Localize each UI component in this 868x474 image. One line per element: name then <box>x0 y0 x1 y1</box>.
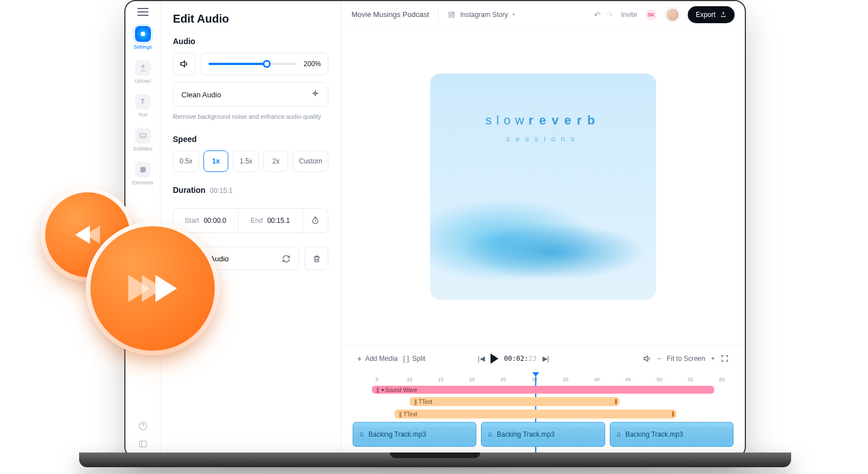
slider-thumb[interactable] <box>263 60 271 68</box>
subtitles-icon <box>135 128 151 144</box>
clean-audio-button[interactable]: Clean Audio <box>173 82 328 107</box>
speed-option-1.5x[interactable]: 1.5x <box>233 150 259 172</box>
music-note-icon: ♫ <box>359 430 364 438</box>
svg-point-7 <box>453 12 454 13</box>
volume-value: 200% <box>303 60 321 68</box>
sparkle-icon <box>311 90 320 99</box>
svg-rect-0 <box>140 134 146 138</box>
format-dropdown[interactable]: Instagram Story ▾ <box>448 11 515 19</box>
help-icon[interactable] <box>138 421 148 431</box>
volume-slider-box: 200% <box>201 53 328 75</box>
rail-item-text[interactable]: T Text <box>135 94 151 118</box>
rail-item-upload[interactable]: Upload <box>134 60 151 84</box>
collapse-icon[interactable] <box>138 439 148 449</box>
music-note-icon: ♫ <box>487 430 492 438</box>
duration-start[interactable]: Start 00:00.0 <box>173 209 238 232</box>
export-button[interactable]: Export <box>688 6 735 23</box>
ruler-tick: 5 <box>375 377 378 382</box>
volume-icon <box>179 59 189 69</box>
duration-section: Duration 00:15.1 Start 00:00.0 End 00:15… <box>173 186 328 233</box>
app-window: Settings Upload T Text Subtitles Element… <box>124 0 746 458</box>
fullscreen-icon[interactable] <box>721 354 729 363</box>
audio-section: Audio 200% Clean Audio Remove background… <box>173 37 328 121</box>
rail-item-subtitles[interactable]: Subtitles <box>133 128 153 152</box>
artwork-preview[interactable]: slowreverb sessions <box>430 74 656 300</box>
audio-clip[interactable]: ♫Backing Track.mp3 <box>610 422 734 447</box>
volume-icon[interactable] <box>643 354 652 363</box>
speed-section: Speed 0.5x1x1.5x2xCustom <box>173 135 328 172</box>
track-text-a[interactable]: ‖ T Text <box>410 397 619 406</box>
ruler-tick: 30 <box>532 377 537 382</box>
rail-item-settings[interactable]: Settings <box>133 26 152 50</box>
play-button[interactable] <box>491 354 498 364</box>
ruler-tick: 10 <box>407 377 413 382</box>
rail-label: Upload <box>134 78 151 84</box>
main-area: Movie Musings Podcast Instagram Story ▾ … <box>341 1 745 457</box>
track-soundwave[interactable]: ‖ ✦ Sound Wave <box>372 386 715 394</box>
panel-title: Edit Audio <box>173 12 328 25</box>
timecode: 00:02:23 <box>504 355 537 363</box>
next-button[interactable]: ▶| <box>542 355 549 363</box>
share-icon <box>720 11 727 18</box>
artwork-title: slowreverb <box>430 113 656 128</box>
ruler-tick: 55 <box>688 377 693 382</box>
invite-button[interactable]: Invite <box>621 11 637 19</box>
rail-label: Subtitles <box>133 146 153 152</box>
section-label: Duration <box>173 186 206 195</box>
rail-label: Elements <box>132 180 154 186</box>
duration-clock-button[interactable] <box>303 209 328 232</box>
text-icon: T <box>135 94 151 110</box>
delete-button[interactable] <box>305 247 328 270</box>
ruler-tick: 45 <box>626 377 631 382</box>
playback-bar: +Add Media [ ]Split |◀ 00:02:23 ▶| − Fit… <box>341 345 745 371</box>
preview-canvas: slowreverb sessions <box>341 28 745 345</box>
volume-slider[interactable] <box>209 63 297 65</box>
clock-icon <box>311 216 320 225</box>
track-text-b[interactable]: ‖ T Text <box>394 410 676 419</box>
user-avatar[interactable] <box>665 7 680 22</box>
refresh-icon <box>282 255 290 263</box>
timeline: 51015202530354045505560 ‖ ✦ Sound Wave ‖… <box>341 371 745 457</box>
section-label: Audio <box>173 37 328 46</box>
topbar: Movie Musings Podcast Instagram Story ▾ … <box>341 1 745 28</box>
zoom-out-button[interactable]: − <box>657 355 661 363</box>
clean-audio-label: Clean Audio <box>181 91 221 99</box>
section-label: Speed <box>173 135 328 144</box>
ruler-tick: 60 <box>719 377 724 382</box>
redo-button[interactable]: ↷ <box>606 10 613 19</box>
audio-clip[interactable]: ♫Backing Track.mp3 <box>481 422 605 447</box>
rail-item-elements[interactable]: Elements <box>132 162 154 186</box>
ruler-tick: 15 <box>438 377 444 382</box>
clean-audio-help: Remove background noise and enhance audi… <box>173 113 328 121</box>
settings-icon <box>135 26 151 42</box>
speed-option-Custom[interactable]: Custom <box>293 150 328 172</box>
duration-end[interactable]: End 00:15.1 <box>238 209 303 232</box>
ruler-tick: 20 <box>469 377 475 382</box>
artwork-subtitle: sessions <box>430 135 656 143</box>
speed-option-2x[interactable]: 2x <box>263 150 288 172</box>
duration-total: 00:15.1 <box>210 187 233 195</box>
add-media-button[interactable]: +Add Media <box>357 354 398 363</box>
timeline-ruler[interactable]: 51015202530354045505560 <box>353 371 734 386</box>
split-button[interactable]: [ ]Split <box>403 355 426 363</box>
playhead[interactable] <box>536 372 539 377</box>
rail-label: Text <box>138 112 147 118</box>
elements-icon <box>135 162 151 178</box>
upload-icon <box>135 60 151 76</box>
zoom-in-button[interactable]: + <box>711 355 715 363</box>
fast-forward-badge-icon <box>90 226 215 351</box>
speed-option-0.5x[interactable]: 0.5x <box>173 150 199 172</box>
fit-to-screen-button[interactable]: Fit to Screen <box>667 355 705 363</box>
prev-button[interactable]: |◀ <box>478 355 485 363</box>
music-note-icon: ♫ <box>616 430 621 438</box>
undo-button[interactable]: ↶ <box>594 10 601 19</box>
hamburger-icon[interactable] <box>137 8 149 16</box>
collaborator-avatar[interactable]: SK <box>645 8 657 21</box>
svg-point-6 <box>450 13 453 15</box>
audio-clip[interactable]: ♫Backing Track.mp3 <box>353 422 476 447</box>
ruler-tick: 25 <box>501 377 506 382</box>
volume-icon-box[interactable] <box>173 53 196 75</box>
speed-option-1x[interactable]: 1x <box>203 150 228 172</box>
project-name[interactable]: Movie Musings Podcast <box>351 10 429 19</box>
laptop-base <box>79 453 791 467</box>
